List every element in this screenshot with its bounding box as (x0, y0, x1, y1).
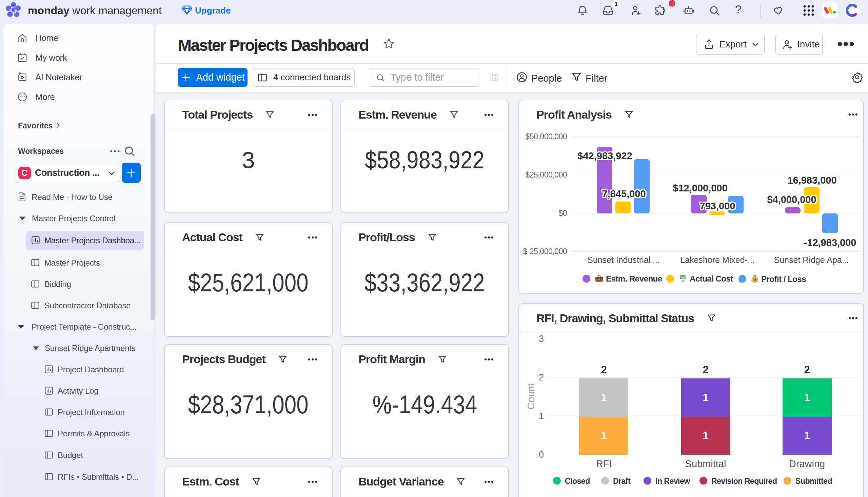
svg-text:$: $ (754, 277, 756, 282)
